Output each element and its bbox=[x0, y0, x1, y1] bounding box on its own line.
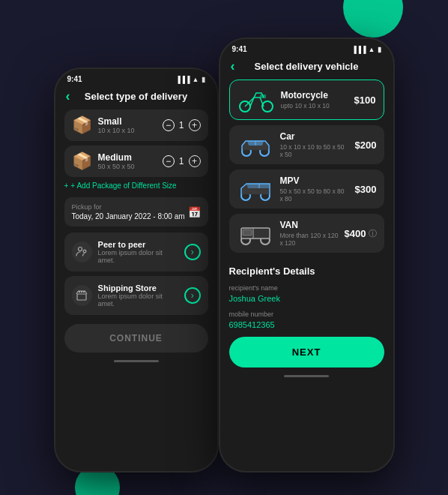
mobile-label: mobile number bbox=[229, 310, 384, 318]
pickup-info: Pickup for Today, 20 January 2022 - 8:00… bbox=[72, 203, 185, 220]
motorcycle-price: $100 bbox=[354, 94, 376, 106]
small-qty-plus[interactable]: + bbox=[189, 119, 201, 131]
add-pkg-plus-icon: + bbox=[64, 182, 69, 190]
signal-icon: ▐▐▐ bbox=[175, 76, 190, 83]
svg-point-1 bbox=[83, 250, 86, 253]
left-home-bar bbox=[114, 360, 159, 362]
phones-container: 9:41 ▐▐▐ ▲ ▮ ‹ Select type of delivery 📦… bbox=[54, 38, 395, 472]
left-header: ‹ Select type of delivery bbox=[55, 86, 217, 110]
left-phone: 9:41 ▐▐▐ ▲ ▮ ‹ Select type of delivery 📦… bbox=[54, 68, 219, 472]
small-qty-value: 1 bbox=[179, 120, 184, 130]
van-size: More than 120 x 120 x 120 bbox=[280, 232, 339, 247]
right-header: ‹ Select delivery vehicle bbox=[220, 56, 393, 80]
left-content: 📦 Small 10 x 10 x 10 − 1 + 📦 Medium 50 x… bbox=[55, 110, 217, 315]
svg-point-5 bbox=[83, 291, 85, 292]
continue-label: CONTINUE bbox=[109, 333, 163, 344]
svg-point-4 bbox=[79, 291, 80, 292]
vehicle-mpv[interactable]: MPV 50 x 50 x 50 to 80 x 80 x 80 $300 bbox=[229, 170, 384, 208]
small-qty-control: − 1 + bbox=[163, 119, 201, 131]
recipient-name-value: Joshua Greek bbox=[229, 294, 384, 303]
medium-qty-plus[interactable]: + bbox=[189, 155, 201, 167]
vehicle-van[interactable]: VAN More than 120 x 120 x 120 $400 ⓘ bbox=[229, 214, 384, 253]
peer-to-peer-option[interactable]: Peer to peer Lorem ipsum dolor sit amet.… bbox=[64, 232, 208, 272]
motorcycle-name: Motorcycle bbox=[281, 90, 348, 100]
medium-package-size: 50 x 50 x 50 bbox=[98, 163, 157, 170]
deco-circle-top bbox=[343, 0, 403, 38]
mpv-size: 50 x 50 x 50 to 80 x 80 x 80 bbox=[280, 188, 349, 202]
left-status-bar: 9:41 ▐▐▐ ▲ ▮ bbox=[55, 69, 217, 86]
add-pkg-label: + Add Package of Different Size bbox=[70, 182, 176, 190]
svg-rect-8 bbox=[260, 94, 266, 98]
left-back-button[interactable]: ‹ bbox=[66, 88, 70, 104]
mpv-icon bbox=[237, 176, 274, 202]
pickup-date: Today, 20 January 2022 - 8:00 am bbox=[72, 212, 185, 220]
pickup-section[interactable]: Pickup for Today, 20 January 2022 - 8:00… bbox=[64, 197, 208, 226]
medium-package-icon: 📦 bbox=[72, 152, 92, 171]
car-name: Car bbox=[280, 131, 349, 142]
left-title: Select type of delivery bbox=[85, 91, 187, 102]
store-option-icon bbox=[72, 285, 92, 306]
medium-package-info: Medium 50 x 50 x 50 bbox=[98, 152, 157, 170]
mpv-price: $300 bbox=[355, 184, 377, 195]
right-back-button[interactable]: ‹ bbox=[231, 58, 235, 74]
left-time: 9:41 bbox=[67, 75, 82, 83]
continue-button[interactable]: CONTINUE bbox=[64, 324, 208, 352]
calendar-icon: 📅 bbox=[188, 206, 201, 218]
right-title: Select delivery vehicle bbox=[255, 61, 359, 72]
package-medium-card: 📦 Medium 50 x 50 x 50 − 1 + bbox=[64, 146, 208, 177]
right-wifi-icon: ▲ bbox=[369, 46, 375, 53]
medium-qty-control: − 1 + bbox=[163, 155, 201, 167]
small-qty-minus[interactable]: − bbox=[163, 119, 175, 131]
van-icon bbox=[237, 220, 274, 247]
medium-package-name: Medium bbox=[98, 152, 157, 163]
add-package-link[interactable]: + + Add Package of Different Size bbox=[64, 182, 208, 190]
right-status-bar: 9:41 ▐▐▐ ▲ ▮ bbox=[220, 39, 393, 56]
right-signal-icon: ▐▐▐ bbox=[351, 46, 366, 53]
peer-option-info: Peer to peer Lorem ipsum dolor sit amet. bbox=[98, 240, 178, 264]
right-home-indicator bbox=[220, 370, 393, 381]
small-package-icon: 📦 bbox=[72, 116, 92, 135]
mpv-info: MPV 50 x 50 x 50 to 80 x 80 x 80 bbox=[280, 176, 349, 202]
left-home-indicator bbox=[55, 356, 217, 366]
svg-point-7 bbox=[262, 101, 273, 112]
motorcycle-icon bbox=[237, 86, 275, 113]
small-package-info: Small 10 x 10 x 10 bbox=[98, 116, 157, 134]
car-size: 10 x 10 x 10 to 50 x 50 x 50 bbox=[280, 143, 349, 158]
peer-option-icon bbox=[72, 242, 92, 262]
right-status-icons: ▐▐▐ ▲ ▮ bbox=[351, 46, 381, 53]
svg-point-3 bbox=[81, 291, 82, 292]
right-phone: 9:41 ▐▐▐ ▲ ▮ ‹ Select delivery vehicle bbox=[219, 38, 395, 472]
mpv-name: MPV bbox=[280, 176, 349, 186]
medium-qty-minus[interactable]: − bbox=[163, 155, 175, 167]
store-option-sub: Lorem ipsum dolor sit amet. bbox=[98, 292, 178, 308]
right-time: 9:41 bbox=[232, 45, 247, 53]
motorcycle-size: upto 10 x 10 x 10 bbox=[281, 102, 348, 110]
van-price: $400 bbox=[345, 228, 366, 239]
pickup-label: Pickup for bbox=[72, 203, 185, 211]
left-status-icons: ▐▐▐ ▲ ▮ bbox=[175, 76, 205, 83]
recipient-title: Recipient's Details bbox=[229, 266, 384, 277]
shipping-store-option[interactable]: Shipping Store Lorem ipsum dolor sit ame… bbox=[64, 276, 208, 315]
car-price: $200 bbox=[355, 140, 377, 151]
recipient-name-label: recipient's name bbox=[229, 284, 384, 292]
vehicle-motorcycle[interactable]: Motorcycle upto 10 x 10 x 10 $100 bbox=[229, 80, 384, 120]
mobile-value: 6985412365 bbox=[229, 320, 384, 329]
medium-qty-value: 1 bbox=[179, 156, 184, 166]
right-content: Motorcycle upto 10 x 10 x 10 $100 bbox=[220, 80, 393, 253]
vehicle-car[interactable]: Car 10 x 10 x 10 to 50 x 50 x 50 $200 bbox=[229, 125, 384, 164]
next-button[interactable]: NEXT bbox=[229, 337, 384, 368]
svg-point-0 bbox=[79, 248, 82, 251]
package-small-card: 📦 Small 10 x 10 x 10 − 1 + bbox=[64, 110, 208, 141]
peer-option-sub: Lorem ipsum dolor sit amet. bbox=[98, 249, 178, 264]
store-option-info: Shipping Store Lorem ipsum dolor sit ame… bbox=[98, 284, 178, 308]
van-info-icon[interactable]: ⓘ bbox=[369, 228, 377, 239]
peer-option-arrow[interactable]: › bbox=[184, 244, 200, 260]
peer-option-title: Peer to peer bbox=[98, 240, 178, 249]
next-label: NEXT bbox=[292, 346, 321, 358]
store-option-arrow[interactable]: › bbox=[184, 287, 200, 304]
small-package-size: 10 x 10 x 10 bbox=[98, 127, 157, 134]
car-info: Car 10 x 10 x 10 to 50 x 50 x 50 bbox=[280, 131, 349, 158]
car-icon bbox=[237, 131, 274, 158]
small-package-name: Small bbox=[98, 116, 157, 127]
wifi-icon: ▲ bbox=[193, 76, 199, 83]
